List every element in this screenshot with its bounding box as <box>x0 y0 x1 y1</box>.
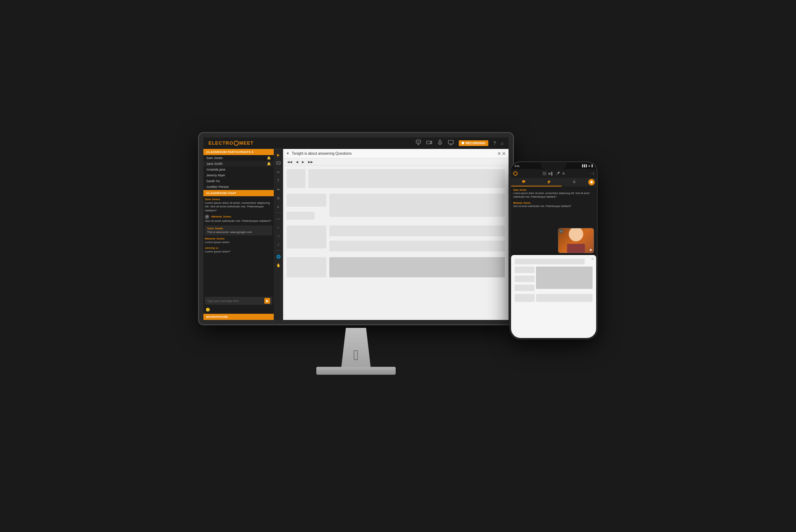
video-person-body <box>567 244 585 253</box>
participant-sam-jones[interactable]: Sam Jones 🔔 <box>203 155 274 161</box>
home-icon[interactable]: ⌂ <box>501 141 503 146</box>
main-content: CLASSROOM PARTICIPANTS 8 Sam Jones 🔔 Jan… <box>203 149 509 320</box>
tool-circle[interactable]: ○ <box>275 224 282 231</box>
chat-sender: Sam Jones <box>205 198 272 201</box>
participants-header: CLASSROOM PARTICIPANTS 8 <box>203 149 274 155</box>
chat-text: Lorem ipsum dolor! <box>205 241 272 244</box>
phone-nav-chat[interactable] <box>511 178 536 186</box>
phone-msg-melanie: Melanie Jones Sed sit amet sollicitudin … <box>513 202 594 208</box>
participant-jane-smith[interactable]: Jane Smith 🔔 <box>203 161 274 167</box>
phone-desktop-icon[interactable]: 🖥 <box>562 172 565 175</box>
video-person-bg <box>558 228 594 253</box>
svg-marker-13 <box>523 183 524 183</box>
bell-icon: 🔔 <box>267 156 271 160</box>
svg-rect-12 <box>522 180 525 183</box>
phone-msg-sender: Melanie Jones <box>513 202 594 204</box>
phone-panel-close-button[interactable]: × <box>591 257 593 261</box>
chat-input[interactable] <box>207 299 264 303</box>
chat-text: This is awesome: www.google.com <box>207 230 270 234</box>
slide-play-button[interactable]: ▶ <box>301 160 305 164</box>
pause-icon <box>590 181 593 183</box>
rec-dot-icon <box>462 142 464 144</box>
participant-another-person[interactable]: Another Person <box>203 184 274 190</box>
phone-exit-button[interactable]: →| <box>590 172 594 175</box>
video-icon[interactable] <box>426 140 432 146</box>
chat-section: CLASSROOM CHAT Sam Jones Lorem ipsum dol… <box>203 190 274 314</box>
tool-select[interactable]: ▶ <box>275 151 282 158</box>
screen-share-icon[interactable] <box>448 140 454 146</box>
tool-line[interactable]: — <box>275 215 282 222</box>
microphone-section: MICROPHONE <box>203 314 274 320</box>
video-person-face <box>569 228 583 241</box>
svg-rect-7 <box>448 140 453 144</box>
presentation-icon[interactable] <box>415 140 421 146</box>
phone-msg-sam: Sam Jones Lorem ipsum dolor sit amet, co… <box>513 189 594 199</box>
recording-button[interactable]: RECORDING <box>459 140 488 146</box>
slide-last-button[interactable]: ▶▶ <box>307 160 314 164</box>
phone-mic-icon[interactable]: 🎤 <box>556 172 560 175</box>
stage-dropdown-icon[interactable]: ▼ <box>286 151 290 155</box>
delete-message-button[interactable]: × <box>205 215 209 219</box>
phone-screen-icon[interactable]: ⬛ <box>542 172 546 175</box>
mic-icon[interactable] <box>437 140 443 146</box>
phone-slide-placeholder <box>515 259 585 264</box>
tool-text[interactable]: T <box>275 177 282 184</box>
phone-slide-row <box>515 294 593 303</box>
participant-name: Sam Jones <box>206 156 223 160</box>
chat-text: Lorem ipsum dolor? <box>205 250 272 254</box>
phone-video-close-button[interactable]: × <box>559 229 563 233</box>
chat-message-jeremy: Jeremy Li Lorem ipsum dolor? <box>205 246 272 254</box>
phone-nav-mic[interactable] <box>562 178 587 186</box>
phone-connectivity-icons: ▌▌▌ ◈ ▐ <box>582 164 593 167</box>
emoji-button[interactable]: 🙂 <box>205 307 211 312</box>
tool-globe[interactable]: 🌐 <box>275 253 282 260</box>
phone-slide-placeholder <box>515 276 535 282</box>
sidebar: CLASSROOM PARTICIPANTS 8 Sam Jones 🔔 Jan… <box>203 149 274 320</box>
phone-rec-button[interactable] <box>588 179 595 185</box>
svg-rect-5 <box>439 140 441 143</box>
tool-pen2[interactable]: ✒ <box>275 186 282 193</box>
phone-video-play-icon[interactable]: ▶ <box>590 248 592 251</box>
phone-top-icons: ⬛ ▶▌ 🎤 🖥 <box>520 172 587 175</box>
tool-pen[interactable]: ✏ <box>275 168 282 176</box>
participant-jeremy-myer[interactable]: Jeremy Myer <box>203 172 274 178</box>
phone-msg-sender: Sam Jones <box>513 189 594 191</box>
phone-msg-text: Sed sit amet sollicitudin nisi. Pellente… <box>513 205 594 208</box>
slide-controls: ◀◀ ◀ ▶ ▶▶ <box>283 158 509 166</box>
tool-list[interactable]: ≡ <box>275 203 282 210</box>
tool-divider <box>276 212 281 213</box>
chat-message-sam: Sam Jones Lorem ipsum dolor sit amet, co… <box>205 198 272 212</box>
app-chrome: ELECTROMEET <box>203 137 509 320</box>
phone-video-icon[interactable]: ▶▌ <box>549 172 553 175</box>
participant-sarah-xu[interactable]: Sarah Xu <box>203 178 274 184</box>
slide-first-button[interactable]: ◀◀ <box>286 160 293 164</box>
chat-send-button[interactable]: ▶ <box>264 298 270 304</box>
tool-letter[interactable]: A <box>275 194 282 202</box>
tool-rect[interactable]: □ <box>275 232 282 239</box>
phone-device: 9:41 ▌▌▌ ◈ ▐ ⬛ ▶▌ 🎤 🖥 →| <box>510 162 597 339</box>
participant-amanda-jane[interactable]: Amanda jane <box>203 167 274 172</box>
fullscreen-button[interactable]: ✕ ✕ <box>497 151 506 156</box>
logo-circle-icon <box>234 141 239 146</box>
phone-nav-bar <box>511 178 596 186</box>
phone-nav-participants[interactable] <box>536 178 562 186</box>
tool-hand[interactable]: ✋ <box>275 261 282 269</box>
tool-divider2 <box>276 250 281 251</box>
slide-placeholder <box>329 194 505 217</box>
svg-point-15 <box>549 181 550 182</box>
participant-name: Jeremy Myer <box>206 173 225 177</box>
chat-sender: Tutor Smith <box>207 227 270 230</box>
recording-label: RECORDING <box>466 141 485 145</box>
tool-formula[interactable]: √ <box>275 241 282 248</box>
slide-placeholder <box>287 225 326 249</box>
phone-slide-row <box>515 267 593 293</box>
help-icon[interactable]: ? <box>493 141 496 146</box>
slide-prev-button[interactable]: ◀ <box>295 160 299 164</box>
phone-slide-placeholder <box>515 285 535 291</box>
tool-annotate[interactable] <box>275 160 282 167</box>
phone-notch <box>541 163 566 169</box>
slide-placeholder <box>287 169 305 188</box>
chat-messages: Sam Jones Lorem ipsum dolor sit amet, co… <box>203 196 274 295</box>
top-bar: ELECTROMEET <box>203 137 509 149</box>
phone-slide-placeholder <box>515 294 535 302</box>
